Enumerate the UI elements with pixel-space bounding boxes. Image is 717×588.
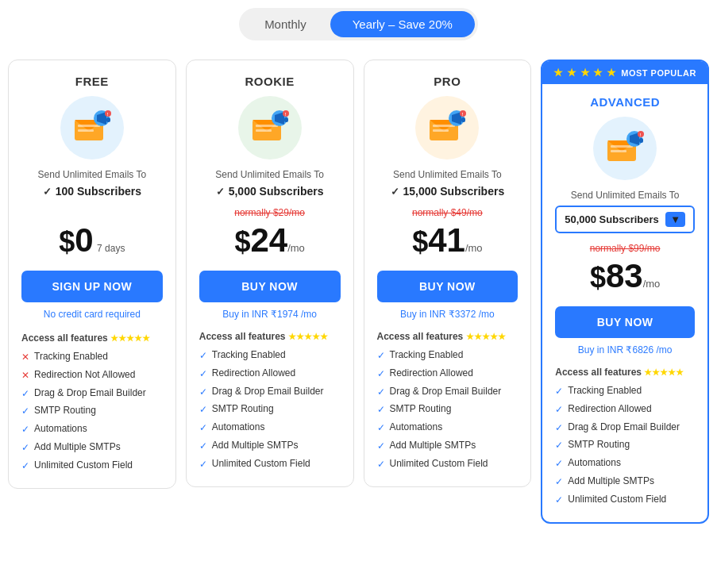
price-currency-advanced: $ (590, 261, 606, 294)
normally-price-free (21, 207, 163, 220)
feature-item: ✓ Unlimited Custom Field (377, 457, 518, 471)
billing-toggle: Monthly Yearly – Save 20% (8, 8, 709, 40)
check-icon: ✓ (555, 385, 563, 398)
feature-item: ✓ Unlimited Custom Field (21, 459, 163, 473)
plan-card-advanced: ★ ★ ★ ★ ★ MOST POPULAR ADVANCED ! Send U… (541, 60, 709, 524)
check-icon: ✓ (199, 458, 207, 471)
feature-item: ✕ Tracking Enabled (21, 350, 163, 364)
feature-item: ✓ Add Multiple SMTPs (199, 439, 341, 453)
inr-price-rookie[interactable]: Buy in INR ₹1974 /mo (199, 309, 341, 320)
check-icon: ✓ (391, 186, 399, 198)
feature-text: Tracking Enabled (34, 350, 108, 363)
svg-rect-15 (284, 117, 288, 122)
svg-rect-21 (433, 129, 449, 132)
feature-item: ✓ Drag & Drop Email Builder (555, 421, 695, 435)
toggle-wrapper: Monthly Yearly – Save 20% (239, 8, 478, 40)
features-header-rookie: Access all features ★★★★★ (199, 331, 341, 342)
feature-text: Add Multiple SMTPs (34, 440, 121, 454)
dropdown-arrow-icon: ▼ (665, 212, 685, 227)
feature-item: ✓ Automations (199, 421, 341, 435)
yearly-toggle-btn[interactable]: Yearly – Save 20% (330, 11, 475, 37)
price-amount-free: 0 (75, 221, 93, 259)
feature-text: Drag & Drop Email Builder (568, 421, 680, 434)
subscriber-dropdown[interactable]: 50,000 Subscribers ▼ (555, 206, 695, 233)
subscribers-text-rookie: 5,000 Subscribers (229, 185, 324, 198)
feature-text: Unlimited Custom Field (390, 457, 488, 471)
feature-item: ✓ Redirection Allowed (199, 367, 341, 381)
cross-icon: ✕ (21, 351, 29, 364)
svg-rect-33 (639, 138, 643, 143)
send-to-text-rookie: Send Unlimited Emails To (199, 169, 341, 180)
check-icon: ✓ (377, 440, 385, 453)
feature-text: Automations (390, 421, 443, 434)
feature-item: ✓ SMTP Routing (199, 402, 341, 417)
send-to-text-advanced: Send Unlimited Emails To (555, 190, 695, 201)
subscribers-text-pro: 15,000 Subscribers (403, 185, 505, 198)
most-popular-badge: ★ ★ ★ ★ ★ MOST POPULAR (542, 61, 707, 84)
inr-price-advanced[interactable]: Buy in INR ₹6826 /mo (555, 344, 695, 355)
plan-illustration-free: ! (60, 96, 124, 159)
normally-price-rookie: normally $29/mo (199, 207, 341, 220)
plan-illustration-advanced: ! (593, 117, 657, 180)
check-icon: ✓ (21, 405, 29, 418)
plans-grid: FREE ! Send Unlimited Emails To ✓ 100 Su… (8, 60, 709, 524)
price-amount-advanced: 83 (606, 257, 643, 294)
feature-list-advanced: ✓ Tracking Enabled ✓ Redirection Allowed… (555, 384, 695, 507)
feature-item: ✓ Redirection Allowed (555, 402, 695, 417)
check-icon: ✓ (555, 403, 563, 417)
feature-item: ✓ SMTP Routing (555, 438, 695, 452)
feature-text: Unlimited Custom Field (34, 459, 133, 472)
feature-text: Redirection Allowed (568, 402, 651, 416)
feature-item: ✓ Unlimited Custom Field (555, 493, 695, 507)
plan-name-pro: PRO (377, 75, 518, 88)
feature-text: SMTP Routing (212, 402, 274, 416)
feature-item: ✓ Drag & Drop Email Builder (21, 386, 163, 401)
check-icon: ✓ (555, 494, 563, 507)
check-icon: ✓ (216, 186, 225, 198)
plan-card-rookie: ROOKIE ! Send Unlimited Emails To ✓ 5,00… (186, 60, 354, 487)
cta-button-advanced[interactable]: BUY NOW (555, 306, 695, 338)
features-stars-rookie: ★★★★★ (288, 332, 328, 341)
feature-text: Drag & Drop Email Builder (390, 385, 502, 398)
subscribers-line-free: ✓ 100 Subscribers (21, 185, 163, 198)
feature-text: Add Multiple SMTPs (212, 439, 299, 452)
feature-item: ✓ SMTP Routing (377, 402, 518, 417)
check-icon: ✓ (377, 349, 385, 363)
feature-item: ✓ Redirection Allowed (377, 367, 518, 381)
cta-button-rookie[interactable]: BUY NOW (199, 271, 341, 302)
features-header-advanced: Access all features ★★★★★ (555, 367, 695, 378)
feature-text: Tracking Enabled (212, 348, 286, 362)
feature-text: Unlimited Custom Field (212, 457, 310, 471)
feature-item: ✓ Add Multiple SMTPs (377, 439, 518, 453)
feature-item: ✓ Add Multiple SMTPs (21, 440, 163, 455)
monthly-toggle-btn[interactable]: Monthly (242, 11, 329, 37)
inr-price-pro[interactable]: Buy in INR ₹3372 /mo (377, 309, 518, 320)
feature-text: Redirection Allowed (212, 367, 295, 380)
check-icon: ✓ (377, 403, 385, 417)
price-period-rookie: /mo (287, 242, 305, 254)
check-icon: ✓ (199, 440, 207, 453)
feature-text: Redirection Allowed (390, 367, 473, 380)
cta-button-pro[interactable]: BUY NOW (377, 271, 518, 302)
feature-text: Drag & Drop Email Builder (34, 386, 146, 400)
subscribers-text-free: 100 Subscribers (56, 185, 141, 198)
subscriber-value: 50,000 Subscribers (565, 213, 659, 225)
features-stars-pro: ★★★★★ (466, 332, 506, 341)
price-period-pro: /mo (465, 242, 483, 254)
feature-text: Automations (34, 422, 87, 436)
check-icon: ✓ (377, 421, 385, 435)
feature-text: SMTP Routing (34, 404, 96, 417)
check-icon: ✓ (377, 386, 385, 399)
feature-text: SMTP Routing (390, 402, 452, 416)
svg-rect-12 (256, 129, 272, 132)
check-icon: ✓ (555, 457, 563, 471)
check-icon: ✓ (21, 441, 29, 455)
svg-rect-6 (106, 117, 110, 122)
svg-rect-30 (611, 150, 626, 152)
svg-rect-24 (461, 117, 465, 122)
no-cc-text-free: No credit card required (21, 309, 163, 321)
feature-list-rookie: ✓ Tracking Enabled ✓ Redirection Allowed… (199, 348, 341, 471)
feature-item: ✓ Drag & Drop Email Builder (377, 385, 518, 399)
feature-text: Automations (568, 456, 621, 470)
cta-button-free[interactable]: SIGN UP NOW (21, 271, 163, 302)
